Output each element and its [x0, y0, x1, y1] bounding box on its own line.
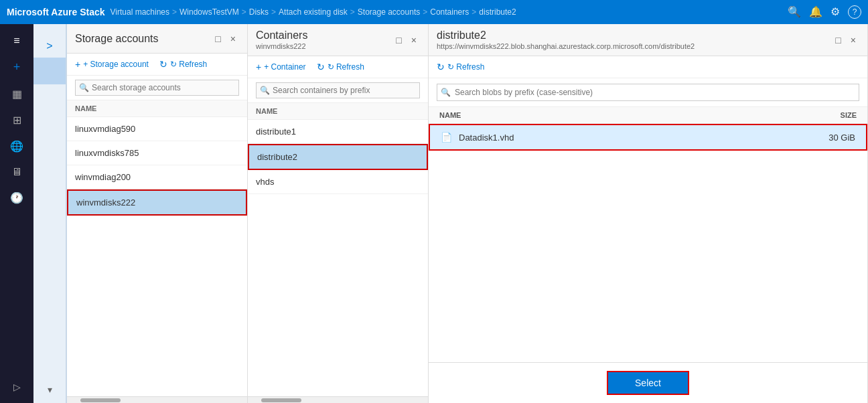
- list-item[interactable]: vhds: [248, 170, 428, 194]
- distribute2-refresh-icon: ↻: [437, 62, 445, 72]
- sidebar-top: ≡ + ▦ ⊞ 🌐 🖥 🕐: [0, 29, 33, 210]
- containers-refresh-icon: ↻: [317, 62, 325, 72]
- sidebar-icon-clock[interactable]: 🕐: [0, 186, 33, 210]
- breadcrumb-item-3[interactable]: Attach existing disk: [279, 7, 348, 17]
- distribute2-header-titles: distribute2 https://winvmdisks222.blob.s…: [437, 29, 695, 50]
- breadcrumb-item-1[interactable]: WindowsTestVM: [179, 7, 239, 17]
- breadcrumb-sep-4: >: [423, 7, 427, 17]
- distribute2-close-btn[interactable]: ×: [847, 33, 859, 47]
- sidebar-icon-dashboard[interactable]: ▦: [0, 82, 33, 106]
- storage-refresh-label: ↻ Refresh: [170, 60, 207, 69]
- containers-search-icon: 🔍: [260, 86, 270, 95]
- storage-accounts-title: Storage accounts: [75, 33, 159, 45]
- storage-search-input[interactable]: [75, 80, 239, 96]
- breadcrumb-item-5[interactable]: Containers: [430, 7, 469, 17]
- storage-refresh-btn[interactable]: ↻ ↻ Refresh: [159, 59, 207, 70]
- distribute2-title: distribute2: [437, 29, 695, 42]
- containers-subtitle: winvmdisks222: [256, 42, 307, 50]
- nav-panel-expand-icon[interactable]: >: [41, 35, 58, 58]
- breadcrumb: Virtual machines > WindowsTestVM > Disks…: [111, 7, 782, 17]
- containers-scrollbar-h[interactable]: [248, 396, 428, 403]
- storage-refresh-icon: ↻: [159, 59, 167, 70]
- containers-panel: Containers winvmdisks222 □ × + + Contain…: [248, 24, 429, 403]
- containers-close-btn[interactable]: ×: [408, 33, 420, 47]
- distribute2-panel-body: ↻ ↻ Refresh 🔍 NAME SIZE 📄 Datadisk1.vhd: [429, 56, 867, 403]
- container-item-name: vhds: [256, 177, 274, 187]
- containers-header-row: Containers winvmdisks222 □ ×: [256, 29, 420, 50]
- container-item-name-selected: distribute2: [257, 152, 297, 162]
- select-button[interactable]: Select: [607, 371, 689, 395]
- distribute2-minimize-btn[interactable]: □: [832, 33, 844, 47]
- blob-search-input[interactable]: [437, 84, 859, 101]
- breadcrumb-item-2[interactable]: Disks: [249, 7, 269, 17]
- storage-header-row: Storage accounts □ ×: [75, 32, 239, 46]
- blob-search-box: 🔍: [429, 78, 867, 107]
- add-storage-label: + Storage account: [83, 60, 149, 69]
- containers-panel-controls: □ ×: [392, 33, 420, 47]
- storage-accounts-header: Storage accounts □ ×: [67, 24, 247, 54]
- content-area: Storage accounts □ × + + Storage account…: [67, 24, 868, 403]
- storage-list-header: NAME: [67, 100, 247, 117]
- top-bar-actions: 🔍 🔔 ⚙ ?: [788, 5, 861, 19]
- containers-title: Containers: [256, 29, 307, 42]
- list-item[interactable]: winvmdiag200: [67, 165, 247, 189]
- containers-list-header: NAME: [248, 103, 428, 120]
- add-storage-account-btn[interactable]: + + Storage account: [75, 59, 149, 70]
- blob-empty-area: [429, 243, 867, 362]
- sidebar-expand-btn[interactable]: ▷: [0, 376, 33, 398]
- breadcrumb-item-4[interactable]: Storage accounts: [358, 7, 420, 17]
- containers-panel-body: + + Container ↻ ↻ Refresh 🔍 NAME: [248, 56, 428, 403]
- storage-list: linuxvmdiag590 linuxvmdisks785 winvmdiag…: [67, 117, 247, 396]
- storage-scrollbar-thumb: [80, 398, 121, 402]
- bell-icon[interactable]: 🔔: [809, 5, 822, 19]
- containers-refresh-btn[interactable]: ↻ ↻ Refresh: [317, 62, 364, 72]
- distribute2-toolbar: ↻ ↻ Refresh: [429, 56, 867, 78]
- sidebar-icon-grid[interactable]: ⊞: [0, 108, 33, 132]
- brand-logo: Microsoft Azure Stack: [7, 7, 105, 17]
- containers-search-input[interactable]: [256, 82, 420, 98]
- sidebar-bottom: ▷: [0, 376, 33, 403]
- containers-header: Containers winvmdisks222 □ ×: [248, 24, 428, 56]
- list-item[interactable]: linuxvmdisks785: [67, 141, 247, 165]
- storage-item-name: winvmdiag200: [75, 172, 131, 182]
- sidebar-icon-globe[interactable]: 🌐: [0, 135, 33, 158]
- blob-file-icon: 📄: [441, 132, 452, 143]
- list-item-selected[interactable]: distribute2: [248, 144, 428, 170]
- storage-scrollbar-h[interactable]: [67, 396, 247, 403]
- distribute2-panel-controls: □ ×: [832, 33, 859, 47]
- sidebar-icon-monitor[interactable]: 🖥: [0, 161, 33, 183]
- storage-item-name: linuxvmdiag590: [75, 124, 135, 134]
- storage-item-name: linuxvmdisks785: [75, 148, 139, 158]
- add-resource-icon[interactable]: +: [0, 55, 33, 80]
- blob-search-icon: 🔍: [441, 88, 451, 97]
- breadcrumb-item-6[interactable]: distribute2: [479, 7, 516, 17]
- hamburger-menu[interactable]: ≡: [0, 29, 33, 52]
- nav-panel-chevron-down[interactable]: ▾: [48, 384, 52, 395]
- blob-list: 📄 Datadisk1.vhd 30 GiB: [429, 124, 867, 243]
- containers-scrollbar-thumb: [261, 398, 301, 402]
- blob-item-name: Datadisk1.vhd: [459, 133, 828, 143]
- list-item-selected[interactable]: winvmdisks222: [67, 189, 247, 216]
- distribute2-refresh-btn[interactable]: ↻ ↻ Refresh: [437, 62, 484, 72]
- storage-toolbar: + + Storage account ↻ ↻ Refresh: [67, 54, 247, 76]
- blob-item-selected[interactable]: 📄 Datadisk1.vhd 30 GiB: [429, 124, 867, 151]
- list-item[interactable]: distribute1: [248, 120, 428, 144]
- storage-search-box: 🔍: [67, 76, 247, 100]
- gear-icon[interactable]: ⚙: [830, 5, 840, 19]
- storage-close-btn[interactable]: ×: [227, 32, 239, 46]
- distribute2-header: distribute2 https://winvmdisks222.blob.s…: [429, 24, 867, 56]
- containers-minimize-btn[interactable]: □: [392, 33, 405, 47]
- containers-col-name: NAME: [256, 107, 277, 115]
- breadcrumb-sep-3: >: [350, 7, 355, 17]
- search-topbar-icon[interactable]: 🔍: [788, 5, 801, 19]
- add-container-btn[interactable]: + + Container: [256, 62, 306, 72]
- breadcrumb-sep-0: >: [172, 7, 177, 17]
- list-item[interactable]: linuxvmdiag590: [67, 117, 247, 141]
- nav-sub-panel: > ▾: [33, 24, 67, 403]
- breadcrumb-item-0[interactable]: Virtual machines: [111, 7, 170, 17]
- help-icon[interactable]: ?: [848, 5, 861, 19]
- breadcrumb-sep-5: >: [472, 7, 476, 17]
- distribute2-refresh-label: ↻ Refresh: [447, 62, 484, 72]
- storage-minimize-btn[interactable]: □: [212, 32, 224, 46]
- storage-col-name: NAME: [75, 104, 96, 112]
